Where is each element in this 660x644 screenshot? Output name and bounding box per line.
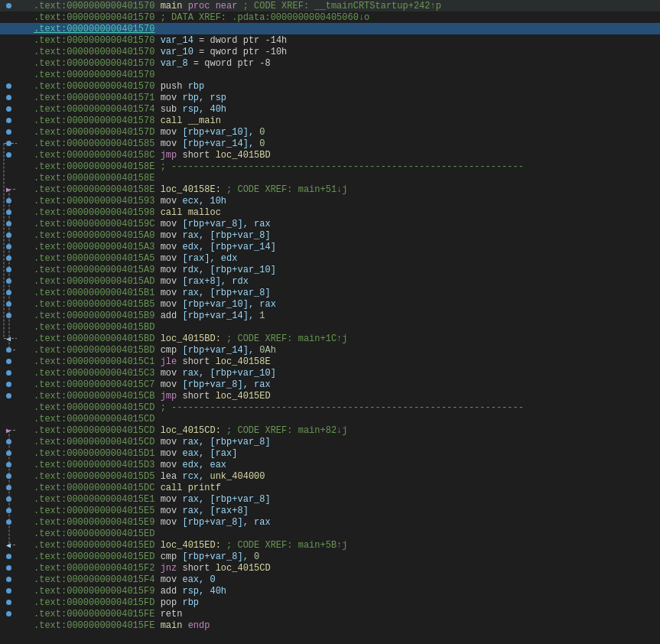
breakpoint-dot[interactable]	[6, 473, 11, 479]
mnemonic: push	[161, 81, 183, 92]
address: .text:0000000000401570	[34, 81, 154, 92]
operands: edx, eax	[182, 460, 226, 470]
gutter	[2, 129, 15, 135]
line-content: .text:00000000004015BD loc_4015BD: ; COD…	[31, 333, 660, 344]
breakpoint-dot[interactable]	[6, 359, 11, 364]
gutter	[2, 233, 15, 238]
breakpoint-dot[interactable]	[6, 600, 11, 605]
operands: [rbp+var_14], 0	[182, 138, 265, 149]
table-row: .text:0000000000401571 mov rbp, rsp	[0, 92, 660, 103]
address: .text:00000000004015E5	[34, 506, 154, 516]
address: .text:00000000004015DC	[34, 483, 154, 493]
line-content: .text:000000000040159C mov [rbp+var_8], …	[31, 219, 660, 229]
line-content: .text:00000000004015A5 mov [rax], edx	[31, 253, 660, 264]
breakpoint-dot[interactable]	[6, 611, 11, 616]
address: .text:0000000000401570	[34, 24, 154, 34]
line-content: .text:00000000004015CD mov rax, [rbp+var…	[31, 437, 660, 447]
mnemonic: mov	[161, 196, 177, 207]
table-row: ◀.text:00000000004015ED loc_4015ED: ; CO…	[0, 539, 660, 551]
mnemonic: mov	[161, 299, 177, 310]
table-row: .text:00000000004015A0 mov rax, [rbp+var…	[0, 229, 660, 241]
breakpoint-dot[interactable]	[6, 210, 11, 215]
breakpoint-dot[interactable]	[6, 3, 11, 8]
breakpoint-dot[interactable]	[6, 496, 11, 502]
line-content: .text:00000000004015BD	[31, 322, 660, 333]
breakpoint-dot[interactable]	[6, 83, 11, 89]
line-content: .text:00000000004015ED	[31, 529, 660, 539]
table-row: ◀.text:00000000004015BD loc_4015BD: ; CO…	[0, 333, 660, 344]
breakpoint-dot[interactable]	[6, 118, 11, 123]
breakpoint-dot[interactable]	[6, 565, 11, 571]
breakpoint-dot[interactable]	[6, 129, 11, 135]
line-content: .text:0000000000401578 call __main	[31, 115, 660, 126]
breakpoint-dot[interactable]	[6, 462, 11, 467]
gutter	[2, 462, 15, 467]
gutter	[2, 152, 15, 158]
table-row: .text:000000000040158E	[0, 172, 660, 184]
table-row: .text:000000000040159C mov [rbp+var_8], …	[0, 218, 660, 229]
breakpoint-dot[interactable]	[6, 508, 11, 513]
mnemonic: mov	[161, 506, 177, 516]
breakpoint-dot[interactable]	[6, 439, 11, 444]
breakpoint-dot[interactable]	[6, 255, 11, 261]
table-row: .text:00000000004015BD cmp [rbp+var_14],…	[0, 344, 660, 356]
breakpoint-dot[interactable]	[6, 519, 11, 525]
breakpoint-dot[interactable]	[6, 554, 11, 559]
line-content: .text:0000000000401570	[31, 24, 660, 34]
line-content: .text:00000000004015D1 mov eax, [rax]	[31, 448, 660, 459]
gutter	[2, 83, 15, 89]
breakpoint-dot[interactable]	[6, 485, 11, 490]
operands: [rbp+var_10], rax	[182, 299, 275, 310]
table-row: .text:00000000004015CB jmp short loc_401…	[0, 390, 660, 402]
breakpoint-dot[interactable]	[6, 301, 11, 307]
address: .text:0000000000401570	[34, 47, 154, 57]
mnemonic: add	[161, 586, 177, 597]
var-value: qword ptr -10h	[210, 47, 287, 57]
breakpoint-dot[interactable]	[6, 290, 11, 295]
address: .text:00000000004015A0	[34, 230, 154, 241]
breakpoint-dot[interactable]	[6, 95, 11, 100]
gutter: ▶	[2, 185, 15, 194]
breakpoint-dot[interactable]	[6, 278, 11, 284]
breakpoint-dot[interactable]	[6, 106, 11, 112]
address: .text:000000000040158E	[34, 173, 154, 184]
variable: var_10	[161, 47, 193, 57]
line-content: .text:000000000040157D mov [rbp+var_10],…	[31, 127, 660, 138]
breakpoint-dot[interactable]	[6, 370, 11, 376]
breakpoint-dot[interactable]	[6, 152, 11, 158]
operands: rbp, rsp	[182, 93, 226, 103]
breakpoint-dot[interactable]	[6, 233, 11, 238]
breakpoint-dot[interactable]	[6, 198, 11, 203]
var-value: dword ptr -14h	[210, 35, 287, 46]
address: .text:00000000004015CD	[34, 437, 154, 447]
breakpoint-dot[interactable]	[6, 382, 11, 387]
mnemonic: retn	[161, 609, 183, 620]
breakpoint-dot[interactable]	[6, 141, 11, 146]
breakpoint-dot[interactable]	[6, 267, 11, 272]
line-content: .text:0000000000401574 sub rsp, 40h	[31, 104, 660, 115]
breakpoint-dot[interactable]	[6, 577, 11, 582]
table-row: .text:00000000004015F2 jnz short loc_401…	[0, 562, 660, 574]
breakpoint-dot[interactable]	[6, 450, 11, 456]
table-row: .text:00000000004015ED cmp [rbp+var_8], …	[0, 551, 660, 562]
line-content: .text:00000000004015E1 mov rax, [rbp+var…	[31, 494, 660, 505]
breakpoint-dot[interactable]	[6, 221, 11, 226]
table-row: .text:00000000004015E5 mov rax, [rax+8]	[0, 505, 660, 516]
arrow-right-icon: ▶	[6, 426, 11, 435]
breakpoint-dot[interactable]	[6, 393, 11, 398]
table-row: .text:0000000000401570	[0, 23, 660, 34]
address: .text:00000000004015CB	[34, 391, 154, 402]
breakpoint-dot[interactable]	[6, 244, 11, 249]
mnemonic: cmp	[161, 551, 177, 562]
gutter	[2, 393, 15, 398]
mnemonic: mov	[161, 368, 177, 379]
mnemonic: mov	[161, 494, 177, 505]
address: .text:00000000004015B9	[34, 311, 154, 321]
mnemonic: cmp	[161, 345, 177, 356]
breakpoint-dot[interactable]	[6, 588, 11, 594]
line-content: .text:00000000004015A9 mov rdx, [rbp+var…	[31, 265, 660, 275]
breakpoint-dot[interactable]	[6, 347, 11, 353]
code-label: main	[161, 620, 183, 631]
code-label: loc_4015BD:	[161, 333, 221, 344]
breakpoint-dot[interactable]	[6, 313, 11, 318]
